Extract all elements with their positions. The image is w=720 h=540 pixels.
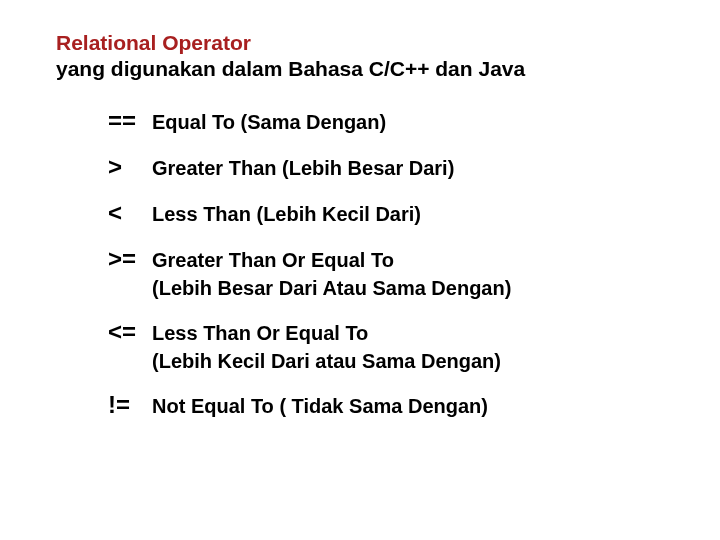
operator-list: == Equal To (Sama Dengan) > Greater Than…	[108, 107, 720, 419]
operator-symbol: ==	[108, 107, 152, 135]
operator-desc: Greater Than (Lebih Besar Dari)	[152, 157, 454, 180]
list-item: >= Greater Than Or Equal To	[108, 245, 720, 273]
slide-subtitle: yang digunakan dalam Bahasa C/C++ dan Ja…	[56, 56, 720, 82]
operator-symbol: !=	[108, 391, 152, 419]
list-item: <= Less Than Or Equal To	[108, 318, 720, 346]
slide-title: Relational Operator	[56, 30, 720, 56]
operator-desc: Less Than Or Equal To	[152, 322, 368, 345]
operator-desc-line2: (Lebih Kecil Dari atau Sama Dengan)	[152, 350, 720, 373]
list-item: != Not Equal To ( Tidak Sama Dengan)	[108, 391, 720, 419]
operator-symbol: >=	[108, 245, 152, 273]
slide-header: Relational Operator yang digunakan dalam…	[56, 30, 720, 83]
operator-desc: Not Equal To ( Tidak Sama Dengan)	[152, 395, 488, 418]
operator-desc: Less Than (Lebih Kecil Dari)	[152, 203, 421, 226]
operator-desc: Greater Than Or Equal To	[152, 249, 394, 272]
operator-desc-line2: (Lebih Besar Dari Atau Sama Dengan)	[152, 277, 720, 300]
list-item: > Greater Than (Lebih Besar Dari)	[108, 153, 720, 181]
operator-symbol: >	[108, 153, 152, 181]
operator-desc: Equal To (Sama Dengan)	[152, 111, 386, 134]
list-item: == Equal To (Sama Dengan)	[108, 107, 720, 135]
operator-symbol: <=	[108, 318, 152, 346]
operator-symbol: <	[108, 199, 152, 227]
list-item: < Less Than (Lebih Kecil Dari)	[108, 199, 720, 227]
